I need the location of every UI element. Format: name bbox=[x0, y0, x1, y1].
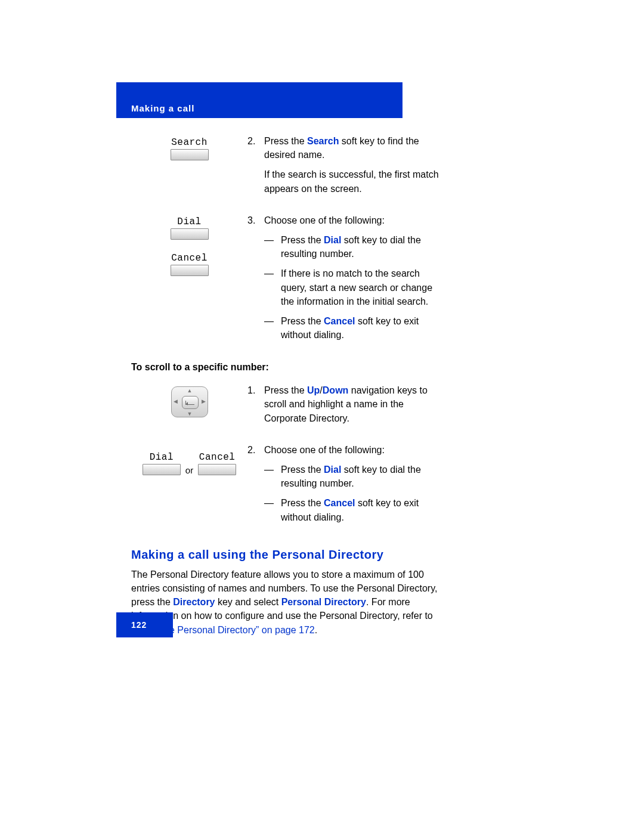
header-bar: Making a call bbox=[116, 82, 402, 118]
nav-enter-button[interactable] bbox=[182, 396, 199, 409]
scroll2-opt2-a: Press the bbox=[281, 498, 324, 508]
dash: — bbox=[264, 267, 281, 308]
cancel-keyword-2: Cancel bbox=[324, 498, 355, 508]
para-d: . bbox=[315, 625, 317, 635]
step-3-number: 3. bbox=[247, 213, 264, 342]
enter-icon bbox=[185, 401, 194, 405]
nav-right-icon: ▶ bbox=[202, 398, 206, 404]
step-2-keys: Search bbox=[131, 134, 247, 174]
content-area: Search 2. Press the Search soft key to f… bbox=[131, 134, 447, 637]
directory-keyword: Directory bbox=[173, 597, 215, 607]
search-softkey-label: Search bbox=[171, 137, 208, 148]
step3-opt1-a: Press the bbox=[281, 235, 324, 245]
scroll-1-row: ▲ ▼ ◀ ▶ 1. Press the Up/Down navigation … bbox=[131, 383, 447, 432]
step-2-number: 2. bbox=[247, 134, 264, 196]
dash: — bbox=[264, 496, 281, 524]
scroll-1-number: 1. bbox=[247, 383, 264, 425]
search-softkey: Search bbox=[171, 137, 209, 160]
cancel-softkey-2-button[interactable] bbox=[198, 464, 236, 475]
dial-softkey-label: Dial bbox=[177, 216, 201, 227]
scroll-2-keys: Dial or Cancel bbox=[131, 443, 247, 475]
personal-directory-keyword: Personal Directory bbox=[281, 597, 366, 607]
step3-opt3-a: Press the bbox=[281, 316, 324, 326]
step-3-text: 3. Choose one of the following: — Press … bbox=[247, 213, 447, 349]
dial-softkey-button[interactable] bbox=[171, 228, 209, 240]
scroll-2-text: 2. Choose one of the following: — Press … bbox=[247, 443, 447, 531]
scroll-1-text: 1. Press the Up/Down navigation keys to … bbox=[247, 383, 447, 432]
down-keyword: Down bbox=[323, 385, 349, 395]
section-heading: Making a call using the Personal Directo… bbox=[131, 548, 447, 562]
dial-softkey-2-button[interactable] bbox=[143, 464, 181, 475]
dial-softkey-2-label: Dial bbox=[150, 452, 174, 463]
dash: — bbox=[264, 463, 281, 490]
page-number: 122 bbox=[131, 620, 147, 630]
section-paragraph: The Personal Directory feature allows yo… bbox=[131, 568, 447, 637]
step-3-intro: Choose one of the following: bbox=[264, 215, 385, 225]
dial-keyword: Dial bbox=[324, 235, 341, 245]
cancel-softkey-button[interactable] bbox=[171, 265, 209, 276]
nav-up-icon: ▲ bbox=[187, 388, 193, 394]
scroll2-intro: Choose one of the following: bbox=[264, 445, 385, 455]
dial-keyword-2: Dial bbox=[324, 465, 341, 475]
nav-down-icon: ▼ bbox=[187, 411, 193, 417]
para-b: key and select bbox=[215, 597, 281, 607]
page: Making a call Search 2. Press the Search… bbox=[0, 0, 644, 833]
step-3-keys: Dial Cancel bbox=[131, 213, 247, 289]
cancel-softkey: Cancel bbox=[171, 253, 209, 276]
step-2-row: Search 2. Press the Search soft key to f… bbox=[131, 134, 447, 203]
cancel-softkey-2: Cancel bbox=[198, 452, 236, 475]
step-3-row: Dial Cancel 3. Choose one of the followi… bbox=[131, 213, 447, 349]
cancel-softkey-label: Cancel bbox=[171, 253, 208, 264]
dial-or-cancel-keys: Dial or Cancel bbox=[143, 452, 236, 475]
scroll1-a: Press the bbox=[264, 385, 307, 395]
search-softkey-button[interactable] bbox=[171, 149, 209, 160]
footer-bar: 122 bbox=[116, 612, 173, 637]
nav-left-icon: ◀ bbox=[174, 398, 178, 404]
scroll-1-keys: ▲ ▼ ◀ ▶ bbox=[131, 383, 247, 417]
search-keyword: Search bbox=[307, 136, 339, 146]
cancel-softkey-2-label: Cancel bbox=[199, 452, 236, 463]
dial-softkey-2: Dial bbox=[143, 452, 181, 475]
header-title: Making a call bbox=[131, 103, 194, 113]
or-text: or bbox=[185, 465, 193, 475]
scroll-heading: To scroll to a specific number: bbox=[131, 362, 447, 373]
step3-opt2: If there is no match to the search query… bbox=[281, 267, 447, 308]
step-2-text-result: If the search is successful, the first m… bbox=[264, 169, 439, 193]
cancel-keyword: Cancel bbox=[324, 316, 355, 326]
navigation-pad[interactable]: ▲ ▼ ◀ ▶ bbox=[171, 386, 208, 417]
scroll2-opt1-a: Press the bbox=[281, 465, 324, 475]
dial-softkey: Dial bbox=[171, 216, 209, 240]
scroll-2-row: Dial or Cancel 2. Choose one of the foll… bbox=[131, 443, 447, 531]
step-2-text: 2. Press the Search soft key to find the… bbox=[247, 134, 447, 203]
scroll-2-number: 2. bbox=[247, 443, 264, 524]
dash: — bbox=[264, 233, 281, 261]
step-2-text-a: Press the bbox=[264, 136, 307, 146]
up-keyword: Up bbox=[307, 385, 320, 395]
dash: — bbox=[264, 314, 281, 342]
